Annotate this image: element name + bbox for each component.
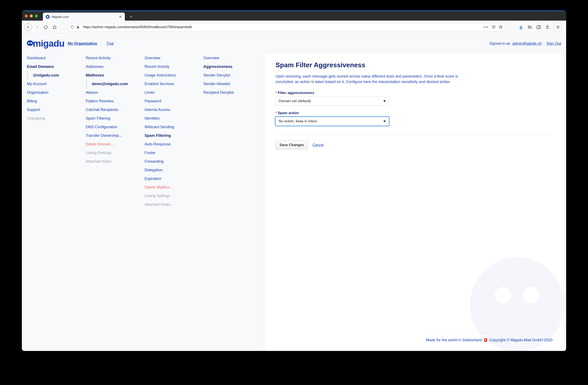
logo[interactable]: migadu xyxy=(27,38,64,49)
svg-rect-0 xyxy=(77,27,79,28)
save-button[interactable]: Save Changes xyxy=(275,141,308,150)
nav-col-2: Recent ActivityAddressesMailboxesdemo@mi… xyxy=(86,53,145,351)
nav-item[interactable]: Delete Mailbox... xyxy=(145,183,203,192)
browser-tab[interactable]: Migadu.com ✕ xyxy=(43,13,125,21)
nav-item[interactable]: Mailboxes xyxy=(86,71,145,80)
nav-item[interactable]: Attached Notes xyxy=(145,200,203,209)
logo-text: migadu xyxy=(33,38,64,49)
org-link[interactable]: My Organization xyxy=(68,42,97,46)
nav-item[interactable]: My Account xyxy=(27,80,86,88)
footer: Made for the world in Switzerland Copyri… xyxy=(426,333,552,342)
nav-item[interactable]: Organization xyxy=(27,88,86,97)
nav-item[interactable]: Identities xyxy=(145,114,203,123)
nav-back-button[interactable] xyxy=(24,23,32,31)
nav-item[interactable]: Aliases xyxy=(86,88,145,97)
nav-item[interactable]: Dashboard xyxy=(27,54,86,63)
svg-rect-7 xyxy=(485,340,486,340)
nav-item[interactable]: Pattern Rewrites xyxy=(86,97,145,106)
nav-item[interactable]: Changelog xyxy=(27,114,86,123)
nav-item[interactable]: Auto-Response xyxy=(145,140,203,149)
minimize-window-icon[interactable] xyxy=(30,15,33,18)
url-text: https://admin.migadu.com/domains/45863/m… xyxy=(83,25,192,29)
nav-item[interactable]: Support xyxy=(27,106,86,114)
nav-item[interactable]: Spam Filtering xyxy=(86,114,145,123)
trial-link[interactable]: Trial xyxy=(106,42,113,46)
nav-item[interactable]: Transfer Ownership... xyxy=(86,131,145,140)
spam-action-label: *Spam action xyxy=(275,111,552,115)
nav-item[interactable]: Forwarding xyxy=(145,157,203,166)
nav-columns: DashboardEmail Domains@migadu.comMy Acco… xyxy=(27,53,264,351)
swiss-shield-icon xyxy=(484,338,487,342)
download-icon[interactable] xyxy=(519,25,523,29)
nav-item[interactable]: Internal Access xyxy=(145,106,203,114)
svg-point-2 xyxy=(546,25,548,27)
main-panel: Spam Filter Aggressiveness Upon receivin… xyxy=(264,53,564,351)
form-actions: Save Changes Cancel xyxy=(275,141,552,150)
nav-item[interactable]: Overview xyxy=(145,54,203,63)
nav-item[interactable]: Listing Settings xyxy=(86,149,145,157)
nav-item[interactable]: Addresses xyxy=(86,63,145,71)
filter-aggressiveness-select[interactable]: Domain set (default) xyxy=(275,97,389,106)
nav-item[interactable]: Limits xyxy=(145,88,203,97)
chevron-down-icon xyxy=(383,121,386,122)
pocket-icon[interactable] xyxy=(492,25,496,29)
menu-button[interactable] xyxy=(554,23,562,31)
toolbar-right xyxy=(517,23,564,31)
more-actions-icon[interactable]: ••• xyxy=(483,25,489,29)
nav-item[interactable]: Billing xyxy=(27,97,86,106)
nav-home-button[interactable] xyxy=(51,23,58,31)
cancel-link[interactable]: Cancel xyxy=(313,143,324,147)
library-icon[interactable] xyxy=(527,25,532,29)
footer-left: Made for the world in Switzerland xyxy=(426,338,482,342)
tab-favicon-icon xyxy=(46,15,50,19)
nav-item[interactable]: Spam Filtering xyxy=(145,131,203,140)
content: DashboardEmail Domains@migadu.comMy Acco… xyxy=(22,53,566,351)
nav-item[interactable]: Recent Activity xyxy=(86,54,145,63)
nav-item[interactable]: @migadu.com xyxy=(27,71,86,80)
nav-item[interactable]: Overview xyxy=(203,54,264,63)
spam-action-select[interactable]: No action, keep in Inbox xyxy=(275,117,389,126)
logo-icon xyxy=(27,40,33,46)
nav-reload-button[interactable] xyxy=(42,23,50,31)
auth-status: Signed in as admin@advite.ch | Sign Out xyxy=(489,42,561,46)
page-description: Upon receiving, each message gets scored… xyxy=(275,74,469,85)
bookmark-star-icon[interactable] xyxy=(499,25,503,29)
new-tab-button[interactable]: ＋ xyxy=(128,13,134,20)
nav-item[interactable]: Expiration xyxy=(145,174,203,183)
filter-aggressiveness-label: *Filter aggressiveness xyxy=(275,91,552,95)
nav-item[interactable]: Sender Allowlist xyxy=(203,80,264,88)
nav-col-1: DashboardEmail Domains@migadu.comMy Acco… xyxy=(27,53,86,351)
window-titlebar: Migadu.com ✕ ＋ xyxy=(22,11,566,21)
user-email-link[interactable]: admin@advite.ch xyxy=(512,42,542,46)
account-icon[interactable] xyxy=(545,25,550,29)
nav-item[interactable]: Password xyxy=(145,97,203,106)
nav-item[interactable]: Enabled Services xyxy=(145,80,203,88)
nav-item[interactable]: Wildcard Sending xyxy=(145,123,203,131)
nav-item[interactable]: Recent Activity xyxy=(145,63,203,71)
nav-item[interactable]: Recipient Denylist xyxy=(203,88,264,97)
nav-col-4: OverviewAggressivenessSender DenylistSen… xyxy=(203,53,264,351)
url-bar[interactable]: https://admin.migadu.com/domains/45863/m… xyxy=(68,23,505,31)
nav-item[interactable]: demo@migadu.com xyxy=(86,80,145,88)
nav-item[interactable]: Delete Domain... xyxy=(86,140,145,149)
footer-right: Copyright © Migadu-Mail GmbH 2020 xyxy=(489,338,552,342)
nav-item[interactable]: Email Domains xyxy=(27,63,86,71)
close-window-icon[interactable] xyxy=(25,15,28,18)
tab-close-icon[interactable]: ✕ xyxy=(119,15,122,19)
page: migadu My Organization | Trial Signed in… xyxy=(22,34,566,351)
nav-item[interactable]: DNS Configuration xyxy=(86,123,145,131)
nav-forward-button[interactable] xyxy=(33,23,41,31)
sidebar-icon[interactable] xyxy=(536,25,541,29)
browser-window: Migadu.com ✕ ＋ https://admin.migadu.com/… xyxy=(22,11,566,351)
nav-item[interactable]: Attached Notes xyxy=(86,157,145,166)
nav-item[interactable]: Usage Instructions xyxy=(145,71,203,80)
browser-toolbar: https://admin.migadu.com/domains/45863/m… xyxy=(22,21,566,34)
nav-item[interactable]: Delegation xyxy=(145,166,203,174)
sign-out-link[interactable]: Sign Out xyxy=(546,42,561,46)
nav-item[interactable]: Sender Denylist xyxy=(203,71,264,80)
nav-item[interactable]: Listing Settings xyxy=(145,192,203,200)
maximize-window-icon[interactable] xyxy=(35,15,38,18)
nav-item[interactable]: Catchall Recipients xyxy=(86,106,145,114)
nav-item[interactable]: Footer xyxy=(145,149,203,157)
nav-item[interactable]: Aggressiveness xyxy=(203,63,264,71)
